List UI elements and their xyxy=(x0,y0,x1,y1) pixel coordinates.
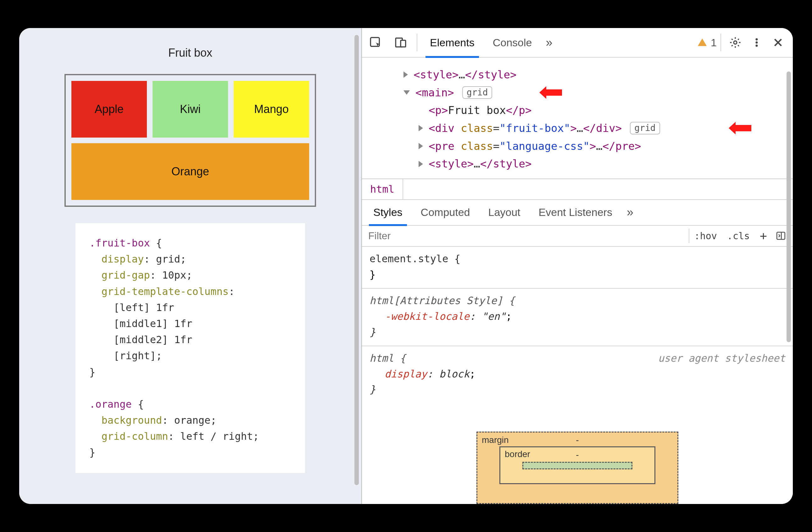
caret-icon[interactable] xyxy=(404,71,408,78)
more-button[interactable] xyxy=(746,32,767,53)
fruit-orange: Orange xyxy=(71,143,309,200)
rule-origin-label: user agent stylesheet xyxy=(658,351,785,366)
close-icon xyxy=(772,37,784,48)
inspect-element-icon[interactable] xyxy=(363,30,388,55)
rendered-page-pane: Fruit box Apple Kiwi Mango Orange .fruit… xyxy=(19,28,362,504)
breadcrumb-html[interactable]: html xyxy=(362,179,403,199)
fruit-apple: Apple xyxy=(71,81,147,138)
devtools-pane: Elements Console » 1 <style>…</sty xyxy=(362,28,793,504)
new-rule-button[interactable]: + xyxy=(755,229,772,243)
subtab-layout[interactable]: Layout xyxy=(480,199,528,225)
styles-filter-bar: :hov .cls + xyxy=(362,226,793,247)
css-code-block: .fruit-box { display: grid; grid-gap: 10… xyxy=(75,223,305,473)
device-toolbar-icon[interactable] xyxy=(388,30,413,55)
dom-node-p[interactable]: <p>Fruit box</p> xyxy=(404,101,793,119)
breadcrumb: html xyxy=(362,179,793,200)
rule-html-attributes[interactable]: html[Attributes Style] { -webkit-locale:… xyxy=(362,289,793,346)
dom-node-pre[interactable]: <pre class="language-css">…</pre> xyxy=(404,137,793,155)
styles-subtabs: Styles Computed Layout Event Listeners » xyxy=(362,200,793,226)
subtab-computed[interactable]: Computed xyxy=(412,199,478,225)
warning-icon xyxy=(697,37,708,48)
caret-down-icon[interactable] xyxy=(404,90,410,95)
grid-badge[interactable]: grid xyxy=(630,122,660,135)
caret-icon[interactable] xyxy=(419,143,423,149)
subtab-overflow[interactable]: » xyxy=(622,199,638,225)
svg-point-5 xyxy=(755,41,758,43)
box-model-padding[interactable] xyxy=(522,462,633,470)
tab-console[interactable]: Console xyxy=(484,28,541,57)
hov-toggle[interactable]: :hov xyxy=(690,230,722,241)
dom-node-style[interactable]: <style>…</style> xyxy=(388,66,793,84)
devtools-tabbar: Elements Console » 1 xyxy=(362,28,793,58)
box-model-border[interactable]: border - xyxy=(499,446,655,484)
dom-node-style2[interactable]: <style>…</style> xyxy=(404,155,793,173)
panel-icon xyxy=(775,230,786,241)
grid-badge[interactable]: grid xyxy=(462,86,492,99)
close-button[interactable] xyxy=(768,32,788,53)
svg-rect-2 xyxy=(401,40,406,47)
fruit-box-grid: Apple Kiwi Mango Orange xyxy=(64,74,316,207)
dom-node-main[interactable]: <main> grid xyxy=(388,84,793,102)
subtab-events[interactable]: Event Listeners xyxy=(531,199,621,225)
warning-badge[interactable]: 1 xyxy=(697,37,717,49)
annotation-arrow-icon xyxy=(539,84,562,101)
page-scrollbar-thumb[interactable] xyxy=(354,35,359,485)
annotation-arrow-icon xyxy=(729,119,751,137)
cls-toggle[interactable]: .cls xyxy=(722,230,755,241)
svg-rect-7 xyxy=(546,89,562,96)
devtools-window: Fruit box Apple Kiwi Mango Orange .fruit… xyxy=(19,28,793,504)
svg-rect-8 xyxy=(735,125,751,131)
subtab-styles[interactable]: Styles xyxy=(365,199,411,225)
settings-button[interactable] xyxy=(725,32,746,53)
kebab-icon xyxy=(751,37,762,48)
gear-icon xyxy=(729,36,742,49)
rule-html-useragent[interactable]: html {user agent stylesheet display: blo… xyxy=(362,346,793,403)
caret-icon[interactable] xyxy=(419,125,423,131)
tab-elements[interactable]: Elements xyxy=(421,28,483,57)
svg-point-3 xyxy=(734,41,737,44)
box-model-diagram: margin - border - xyxy=(362,403,793,504)
dom-node-div-fruitbox[interactable]: <div class="fruit-box">…</div> grid xyxy=(404,119,793,137)
tabbar-sep2 xyxy=(721,34,721,51)
fruit-kiwi: Kiwi xyxy=(153,81,228,138)
box-model-margin[interactable]: margin - border - xyxy=(476,432,678,504)
tabbar-sep xyxy=(417,34,417,51)
style-rules-list: element.style { } html[Attributes Style]… xyxy=(362,247,793,403)
caret-icon[interactable] xyxy=(419,161,423,167)
fruit-mango: Mango xyxy=(234,81,309,138)
dom-tree[interactable]: <style>…</style> <main> grid <p>Fruit bo… xyxy=(362,58,793,179)
svg-point-4 xyxy=(755,38,758,41)
tab-overflow[interactable]: » xyxy=(541,28,557,57)
page-title: Fruit box xyxy=(168,46,212,59)
styles-filter-input[interactable] xyxy=(362,230,689,242)
rule-element-style[interactable]: element.style { } xyxy=(362,247,793,289)
svg-point-6 xyxy=(755,44,758,46)
